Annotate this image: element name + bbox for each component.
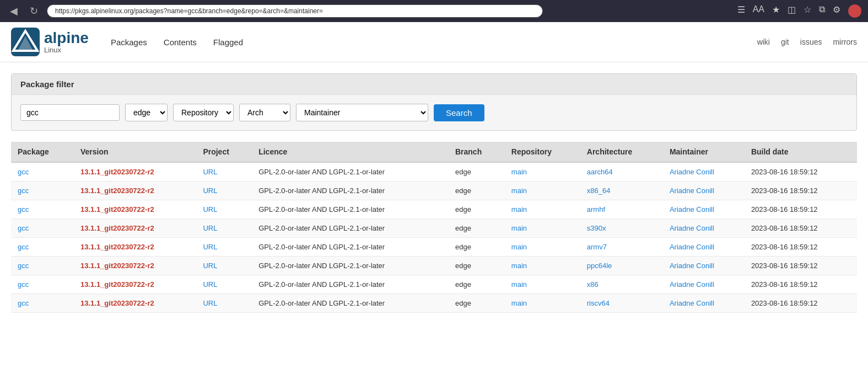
architecture-link[interactable]: ppc64le [587, 262, 612, 270]
repository-link[interactable]: main [511, 168, 527, 176]
repository-link[interactable]: main [511, 280, 527, 289]
architecture-link[interactable]: x86 [587, 280, 599, 289]
cell-package: gcc [11, 238, 74, 257]
collections-icon[interactable]: ⧉ [819, 4, 825, 18]
cell-build-date: 2023-08-16 18:59:12 [745, 294, 857, 313]
translate-icon[interactable]: A​A [753, 4, 764, 18]
refresh-button[interactable]: ↻ [26, 3, 41, 19]
cell-branch: edge [449, 275, 505, 294]
cell-licence: GPL-2.0-or-later AND LGPL-2.1-or-later [252, 294, 449, 313]
site-header: alpine Linux Packages Contents Flagged w… [0, 22, 868, 62]
cell-package: gcc [11, 182, 74, 200]
project-link[interactable]: URL [203, 243, 217, 251]
version-link[interactable]: 13.1.1_git20230722-r2 [80, 262, 154, 270]
version-link[interactable]: 13.1.1_git20230722-r2 [80, 243, 154, 251]
maintainer-link[interactable]: Ariadne Conill [670, 186, 714, 195]
header-link-wiki[interactable]: wiki [757, 38, 770, 46]
project-link[interactable]: URL [203, 186, 217, 195]
cell-build-date: 2023-08-16 18:59:12 [745, 200, 857, 219]
architecture-link[interactable]: armhf [587, 205, 605, 214]
cell-architecture: armhf [580, 200, 663, 219]
cell-repository: main [505, 257, 580, 275]
version-link[interactable]: 13.1.1_git20230722-r2 [80, 280, 154, 289]
version-link[interactable]: 13.1.1_git20230722-r2 [80, 186, 154, 195]
project-link[interactable]: URL [203, 262, 217, 270]
package-name-input[interactable] [20, 104, 120, 121]
split-icon[interactable]: ◫ [788, 4, 796, 18]
nav-flagged[interactable]: Flagged [213, 38, 243, 47]
table-row: gcc 13.1.1_git20230722-r2 URL GPL-2.0-or… [11, 200, 857, 219]
bookmark-icon[interactable]: ★ [772, 4, 780, 18]
cell-licence: GPL-2.0-or-later AND LGPL-2.1-or-later [252, 200, 449, 219]
header-link-git[interactable]: git [781, 38, 789, 46]
maintainer-link[interactable]: Ariadne Conill [670, 299, 714, 307]
search-button[interactable]: Search [434, 104, 484, 121]
version-link[interactable]: 13.1.1_git20230722-r2 [80, 168, 154, 176]
url-bar[interactable] [47, 4, 543, 18]
package-link[interactable]: gcc [18, 299, 29, 307]
maintainer-link[interactable]: Ariadne Conill [670, 168, 714, 176]
cell-licence: GPL-2.0-or-later AND LGPL-2.1-or-later [252, 257, 449, 275]
package-link[interactable]: gcc [18, 168, 29, 176]
cell-build-date: 2023-08-16 18:59:12 [745, 182, 857, 200]
package-link[interactable]: gcc [18, 262, 29, 270]
cell-branch: edge [449, 238, 505, 257]
package-link[interactable]: gcc [18, 280, 29, 289]
project-link[interactable]: URL [203, 280, 217, 289]
architecture-link[interactable]: riscv64 [587, 299, 610, 307]
cell-branch: edge [449, 162, 505, 182]
maintainer-link[interactable]: Ariadne Conill [670, 280, 714, 289]
maintainer-link[interactable]: Ariadne Conill [670, 262, 714, 270]
maintainer-link[interactable]: Ariadne Conill [670, 205, 714, 214]
architecture-link[interactable]: aarch64 [587, 168, 613, 176]
version-link[interactable]: 13.1.1_git20230722-r2 [80, 299, 154, 307]
project-link[interactable]: URL [203, 299, 217, 307]
package-link[interactable]: gcc [18, 186, 29, 195]
repository-link[interactable]: main [511, 243, 527, 251]
branch-select[interactable]: edge v3.18 v3.17 v3.16 [125, 104, 168, 121]
cell-maintainer: Ariadne Conill [663, 238, 745, 257]
architecture-link[interactable]: armv7 [587, 243, 607, 251]
header-link-mirrors[interactable]: mirrors [833, 38, 857, 46]
repository-link[interactable]: main [511, 299, 527, 307]
repository-link[interactable]: main [511, 186, 527, 195]
cell-package: gcc [11, 257, 74, 275]
project-link[interactable]: URL [203, 168, 217, 176]
project-link[interactable]: URL [203, 205, 217, 214]
cell-licence: GPL-2.0-or-later AND LGPL-2.1-or-later [252, 219, 449, 238]
col-branch: Branch [449, 142, 505, 162]
repository-select[interactable]: Repository main community testing [173, 104, 234, 121]
maintainer-select[interactable]: Maintainer Ariadne Conill [296, 104, 428, 121]
version-link[interactable]: 13.1.1_git20230722-r2 [80, 224, 154, 232]
logo-area: alpine Linux [11, 28, 89, 56]
favorites-icon[interactable]: ☆ [804, 4, 811, 18]
maintainer-link[interactable]: Ariadne Conill [670, 224, 714, 232]
repository-link[interactable]: main [511, 205, 527, 214]
cell-repository: main [505, 275, 580, 294]
maintainer-link[interactable]: Ariadne Conill [670, 243, 714, 251]
package-link[interactable]: gcc [18, 224, 29, 232]
repository-link[interactable]: main [511, 262, 527, 270]
architecture-link[interactable]: x86_64 [587, 186, 611, 195]
reader-icon[interactable]: ☰ [737, 4, 745, 18]
nav-contents[interactable]: Contents [164, 38, 197, 47]
package-link[interactable]: gcc [18, 243, 29, 251]
version-link[interactable]: 13.1.1_git20230722-r2 [80, 205, 154, 214]
package-link[interactable]: gcc [18, 205, 29, 214]
cell-architecture: armv7 [580, 238, 663, 257]
cell-architecture: riscv64 [580, 294, 663, 313]
nav-packages[interactable]: Packages [111, 38, 147, 47]
logo-sub: Linux [44, 46, 89, 54]
header-link-issues[interactable]: issues [800, 38, 822, 46]
extensions-icon[interactable]: ⚙ [833, 4, 840, 18]
header-links: wiki git issues mirrors [757, 38, 857, 46]
arch-select[interactable]: Arch x86 x86_64 aarch64 armhf armv7 ppc6… [239, 104, 290, 121]
back-button[interactable]: ◀ [7, 3, 21, 19]
repository-link[interactable]: main [511, 224, 527, 232]
project-link[interactable]: URL [203, 224, 217, 232]
cell-maintainer: Ariadne Conill [663, 257, 745, 275]
cell-architecture: ppc64le [580, 257, 663, 275]
architecture-link[interactable]: s390x [587, 224, 606, 232]
user-avatar[interactable] [848, 4, 861, 18]
cell-maintainer: Ariadne Conill [663, 275, 745, 294]
